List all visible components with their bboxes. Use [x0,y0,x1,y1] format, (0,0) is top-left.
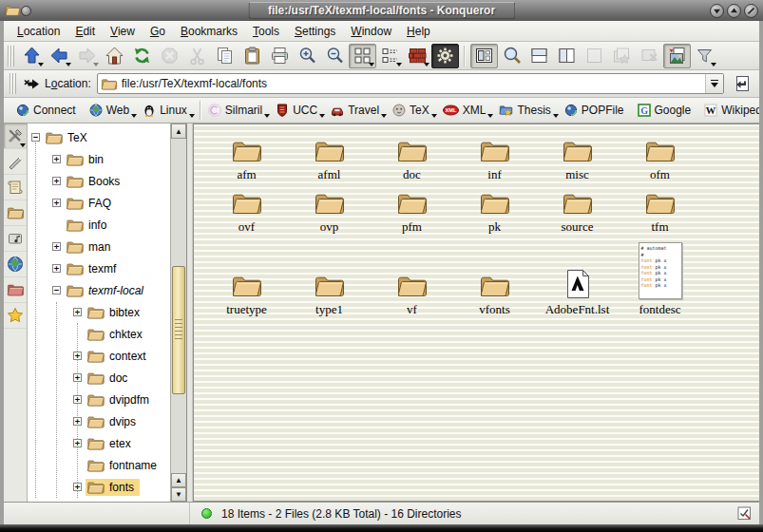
list-view-button[interactable] [376,44,404,68]
file-item-afm[interactable]: afm [205,132,288,184]
panel-tab-configure[interactable] [4,124,27,149]
tree-item-man[interactable]: +man [28,236,170,257]
scroll-down-button[interactable]: ▼ [171,487,186,502]
find-button[interactable] [498,44,525,68]
file-item-ovp[interactable]: ovp [288,184,371,237]
home-button[interactable] [101,44,128,68]
tree-expander-plus[interactable]: + [52,242,61,251]
bookmark-wikipedia[interactable]: WWikipedia [700,102,759,119]
tree-item-texmf[interactable]: +texmf [28,257,170,279]
tree-item-etex[interactable]: +etex [28,432,170,454]
panel-tab-home-directory[interactable] [4,200,27,226]
remove-view-button[interactable] [581,44,608,68]
panel-tab-services[interactable] [4,226,27,252]
panel-tab-bookmarks-flag[interactable] [4,149,27,175]
file-item-truetype[interactable]: truetype [205,267,288,319]
tree-expander-minus[interactable]: − [52,286,61,294]
file-item-type1[interactable]: type1 [288,267,371,319]
menu-location[interactable]: Location [10,23,67,40]
tree-item-info[interactable]: info [28,214,170,236]
sticky-button[interactable] [21,6,31,16]
tree-item-context[interactable]: +context [28,345,170,367]
location-dropdown-button[interactable] [705,74,723,93]
print-button[interactable] [266,44,294,68]
tree-expander-plus[interactable]: + [73,395,82,404]
tree-item-texmf-local[interactable]: −texmf-local [28,279,170,301]
window-menu-icon[interactable] [5,4,21,17]
bookmark-popfile[interactable]: POPFile [561,102,634,119]
tree-expander-plus[interactable]: + [73,417,82,426]
file-item-afml[interactable]: afml [288,132,371,184]
menu-edit[interactable]: Edit [67,23,103,40]
tree-item-dvips[interactable]: +dvips [28,410,170,432]
file-item-doc[interactable]: doc [371,132,453,184]
menu-settings[interactable]: Settings [287,23,343,40]
tree-expander-plus[interactable]: + [73,483,82,491]
cut-button[interactable] [183,44,211,68]
bookmark-web[interactable]: Web [86,102,139,119]
panel-tab-network[interactable] [4,252,27,277]
menu-bookmarks[interactable]: Bookmarks [173,23,245,40]
file-item-source[interactable]: source [536,184,619,237]
maximize-button[interactable] [727,4,741,18]
tree-item-FAQ[interactable]: +FAQ [28,192,170,214]
tree-item-chktex[interactable]: chktex [28,323,170,345]
location-toolbar-grip[interactable] [10,73,16,94]
tree-expander-plus[interactable]: + [52,155,61,163]
file-item-ofm[interactable]: ofm [619,132,701,184]
go-button[interactable] [729,71,755,96]
panel-tab-history[interactable] [4,175,27,200]
file-item-AdobeFnt.lst[interactable]: AdobeFnt.lst [536,263,619,319]
file-item-tfm[interactable]: tfm [619,184,701,237]
bookmark-connect[interactable]: Connect [12,102,86,119]
menu-go[interactable]: Go [143,23,173,40]
tree-item-bibtex[interactable]: +bibtex [28,301,170,323]
clear-location-button[interactable] [20,71,43,96]
brick-view-button[interactable] [404,44,431,68]
close-button[interactable] [744,4,758,18]
icon-view-button[interactable] [349,44,376,68]
bookmark-thesis[interactable]: Thesis [495,102,560,119]
scroll-up-button-2[interactable]: ▲ [171,473,186,487]
bookmark-google[interactable]: GGoogle [634,102,701,119]
link-view-checkbox[interactable] [737,506,752,521]
tree-expander-plus[interactable]: + [52,199,61,207]
bookmark-linux[interactable]: Linux [139,102,197,119]
file-item-inf[interactable]: inf [453,132,536,184]
tree-expander-plus[interactable]: + [73,373,82,382]
tree-expander-plus[interactable]: + [52,177,61,185]
tree-item-doc[interactable]: +doc [28,367,170,389]
scroll-up-button[interactable]: ▲ [171,124,186,139]
split-view-left-right-button[interactable] [553,44,581,68]
close-tab-button[interactable] [636,44,663,68]
tree-item-dvipdfm[interactable]: +dvipdfm [28,389,170,410]
tree-scrollbar[interactable]: ▲ ▲ ▼ [170,124,186,502]
menu-view[interactable]: View [103,23,143,40]
tree-item-Books[interactable]: +Books [28,170,170,192]
tree-item-TeX[interactable]: −TeX [28,126,170,148]
bookmark-silmaril[interactable]: Silmaril [204,102,272,119]
toolbar-grip[interactable] [8,46,14,66]
forward-button[interactable] [73,44,101,68]
zoom-out-button[interactable] [321,44,349,68]
menu-window[interactable]: Window [343,23,399,40]
paste-button[interactable] [238,44,266,68]
tree-item-fonts[interactable]: +fonts [28,476,170,498]
reload-button[interactable] [128,44,156,68]
file-item-vfonts[interactable]: vfonts [453,267,536,319]
tree-expander-plus[interactable]: + [73,308,82,316]
location-input[interactable]: file:/usr/TeX/texmf-local/fonts [122,77,701,90]
filter-button[interactable] [691,44,718,68]
bookmark-ucc[interactable]: UCC [272,102,327,119]
menu-tools[interactable]: Tools [245,23,287,40]
titlebar[interactable]: file:/usr/TeX/texmf-local/fonts - Konque… [0,0,763,21]
image-previews-button[interactable] [663,44,691,68]
tree-item-fontname[interactable]: fontname [28,454,170,476]
tree-expander-plus[interactable]: + [52,264,61,273]
bookmark-tex[interactable]: TeX [389,102,439,119]
back-button[interactable] [46,44,73,68]
stop-button[interactable] [156,44,183,68]
new-tab-button[interactable] [608,44,636,68]
show-navigation-panel-button[interactable] [470,44,498,68]
split-view-top-bottom-button[interactable] [525,44,553,68]
